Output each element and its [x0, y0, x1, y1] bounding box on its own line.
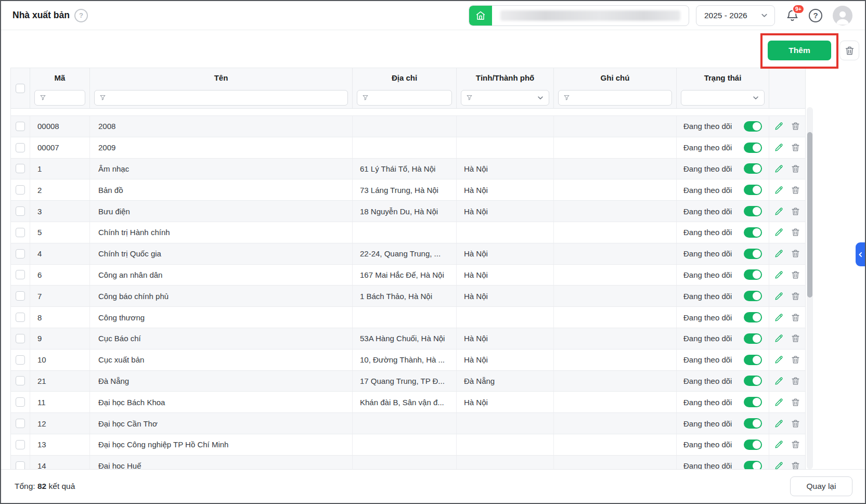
table-row[interactable]: 11 Đại học Bách Khoa Khán đài B, Sân vận… — [11, 392, 805, 413]
edit-icon[interactable] — [774, 143, 784, 152]
status-toggle[interactable] — [744, 163, 762, 174]
status-toggle[interactable] — [744, 185, 762, 195]
delete-icon[interactable] — [791, 376, 800, 386]
table-row[interactable]: 7 Công báo chính phủ 1 Bách Thảo, Hà Nội… — [11, 286, 805, 307]
column-header-dia-chi[interactable]: Địa chỉ — [353, 68, 457, 87]
table-row[interactable]: 00007 2009 Đang theo dõi — [11, 137, 805, 159]
column-header-trang-thai[interactable]: Trạng thái — [677, 68, 769, 87]
edit-icon[interactable] — [774, 376, 784, 386]
row-checkbox[interactable] — [16, 185, 25, 195]
delete-icon[interactable] — [791, 227, 800, 237]
add-button[interactable]: Thêm — [768, 41, 831, 60]
table-row[interactable]: 14 Đại học Huế Đang theo dõi — [11, 456, 805, 470]
column-header-ten[interactable]: Tên — [90, 68, 353, 87]
table-row[interactable]: 10 Cục xuất bản 10, Đường Thành, Hà ... … — [11, 350, 805, 371]
edit-icon[interactable] — [774, 419, 784, 429]
edit-icon[interactable] — [774, 270, 784, 280]
status-toggle[interactable] — [744, 291, 762, 301]
edit-icon[interactable] — [774, 206, 784, 216]
edit-icon[interactable] — [774, 164, 784, 174]
delete-icon[interactable] — [791, 249, 800, 259]
status-toggle[interactable] — [744, 227, 762, 238]
row-checkbox[interactable] — [16, 334, 25, 343]
avatar[interactable] — [833, 6, 852, 25]
row-checkbox[interactable] — [16, 143, 25, 152]
table-row[interactable]: 00008 2008 Đang theo dõi — [11, 116, 805, 137]
delete-icon[interactable] — [791, 270, 800, 280]
row-checkbox[interactable] — [16, 122, 25, 131]
status-toggle[interactable] — [744, 206, 762, 216]
status-toggle[interactable] — [744, 121, 762, 132]
status-toggle[interactable] — [744, 312, 762, 322]
delete-icon[interactable] — [791, 397, 800, 407]
edit-icon[interactable] — [774, 121, 784, 131]
filter-ten-input[interactable] — [94, 90, 348, 106]
table-row[interactable]: 4 Chính trị Quốc gia 22-24, Quang Trung,… — [11, 243, 805, 265]
delete-icon[interactable] — [791, 355, 800, 365]
status-toggle[interactable] — [744, 440, 762, 450]
edit-icon[interactable] — [774, 440, 784, 449]
row-checkbox[interactable] — [16, 228, 25, 237]
delete-icon[interactable] — [791, 440, 800, 449]
filter-ma-input[interactable] — [34, 90, 85, 106]
status-toggle[interactable] — [744, 355, 762, 365]
table-row[interactable]: 5 Chính trị Hành chính Đang theo dõi — [11, 222, 805, 243]
edit-icon[interactable] — [774, 313, 784, 322]
school-selector[interactable] — [469, 5, 689, 26]
column-header-ma[interactable]: Mã — [30, 68, 90, 87]
delete-icon[interactable] — [791, 143, 800, 152]
table-row[interactable]: 13 Đại học Công nghiệp TP Hồ Chí Minh Đa… — [11, 434, 805, 456]
table-row[interactable]: 6 Công an nhân dân 167 Mai Hắc Đế, Hà Nộ… — [11, 265, 805, 286]
row-checkbox[interactable] — [16, 376, 25, 385]
row-checkbox[interactable] — [16, 419, 25, 428]
status-toggle[interactable] — [744, 269, 762, 280]
row-checkbox[interactable] — [16, 249, 25, 259]
status-toggle[interactable] — [744, 376, 762, 386]
help-button[interactable]: ? — [809, 9, 822, 22]
status-toggle[interactable] — [744, 397, 762, 407]
table-row[interactable]: 3 Bưu điện 18 Nguyễn Du, Hà Nội Hà Nội Đ… — [11, 201, 805, 222]
row-checkbox[interactable] — [16, 355, 25, 365]
status-toggle[interactable] — [744, 418, 762, 429]
table-row[interactable]: 9 Cục Báo chí 53A Hàng Chuối, Hà Nội Hà … — [11, 328, 805, 350]
filter-dia-chi-input[interactable] — [357, 90, 452, 106]
delete-icon[interactable] — [791, 313, 800, 322]
vertical-scrollbar[interactable] — [807, 107, 813, 469]
bulk-delete-button[interactable] — [839, 41, 859, 60]
filter-trang-thai-select[interactable] — [681, 90, 765, 106]
delete-icon[interactable] — [791, 419, 800, 429]
delete-icon[interactable] — [791, 121, 800, 131]
edit-icon[interactable] — [774, 291, 784, 301]
edit-icon[interactable] — [774, 249, 784, 259]
status-toggle[interactable] — [744, 249, 762, 259]
table-row[interactable]: 1 Âm nhạc 61 Lý Thái Tổ, Hà Nội Hà Nội Đ… — [11, 159, 805, 180]
delete-icon[interactable] — [791, 185, 800, 195]
delete-icon[interactable] — [791, 206, 800, 216]
row-checkbox[interactable] — [16, 291, 25, 301]
row-checkbox[interactable] — [16, 440, 25, 449]
table-row[interactable]: 2 Bản đồ 73 Láng Trung, Hà Nội Hà Nội Đa… — [11, 179, 805, 201]
table-row[interactable]: 21 Đà Nẵng 17 Quang Trung, TP Đ... Đà Nẵ… — [11, 371, 805, 392]
edit-icon[interactable] — [774, 355, 784, 365]
title-help-icon[interactable]: ? — [74, 9, 88, 22]
status-toggle[interactable] — [744, 143, 762, 153]
edit-icon[interactable] — [774, 185, 784, 195]
delete-icon[interactable] — [791, 164, 800, 174]
filter-ghi-chu-input[interactable] — [558, 90, 672, 106]
filter-tinh-thanh-pho-select[interactable] — [461, 90, 549, 106]
table-row[interactable]: 12 Đại học Cần Thơ Đang theo dõi — [11, 413, 805, 434]
delete-icon[interactable] — [791, 333, 800, 343]
sidebar-collapse-handle[interactable] — [856, 242, 865, 266]
notifications-button[interactable]: 9+ — [785, 8, 799, 22]
status-toggle[interactable] — [744, 333, 762, 344]
row-checkbox[interactable] — [16, 313, 25, 322]
row-checkbox[interactable] — [16, 164, 25, 173]
column-header-tinh-thanh-pho[interactable]: Tỉnh/Thành phố — [457, 68, 554, 87]
select-all-checkbox[interactable] — [16, 84, 25, 93]
column-header-ghi-chu[interactable]: Ghi chú — [554, 68, 677, 87]
back-button[interactable]: Quay lại — [790, 476, 852, 496]
delete-icon[interactable] — [791, 291, 800, 301]
scrollbar-thumb[interactable] — [807, 132, 812, 298]
edit-icon[interactable] — [774, 397, 784, 407]
home-button[interactable] — [469, 6, 492, 25]
